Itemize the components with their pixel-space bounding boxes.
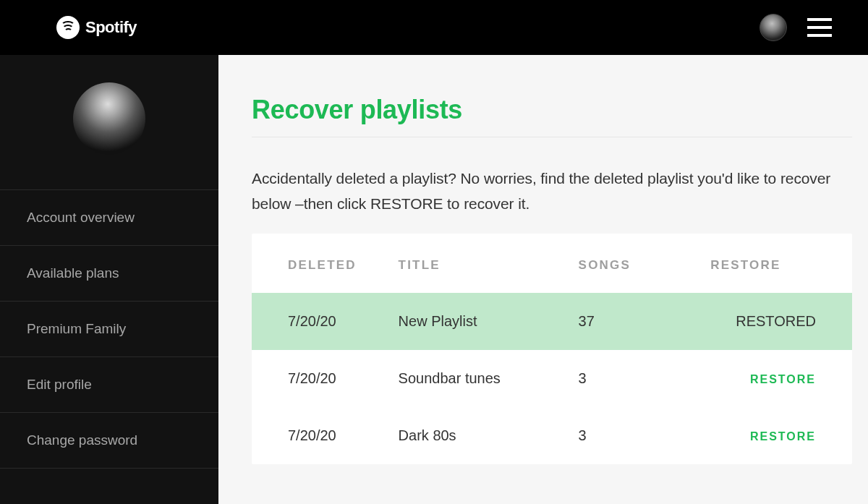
topbar-right [760,14,832,41]
cell-songs: 3 [564,407,697,464]
brand-logo[interactable]: Spotify [56,16,137,39]
sidebar-item-premium-family[interactable]: Premium Family [0,301,218,356]
restored-label: RESTORED [736,313,816,329]
sidebar-item-available-plans[interactable]: Available plans [0,245,218,301]
topbar: Spotify [0,0,868,55]
page-title: Recover playlists [252,95,852,125]
cell-title: New Playlist [384,293,564,350]
sidebar: Account overview Available plans Premium… [0,55,218,504]
cell-restore: RESTORED [696,293,852,350]
sidebar-item-change-password[interactable]: Change password [0,412,218,469]
spotify-icon [56,16,80,39]
playlists-table-card: DELETED TITLE SONGS RESTORE 7/20/20 New … [252,234,852,464]
playlists-table: DELETED TITLE SONGS RESTORE 7/20/20 New … [252,234,852,464]
cell-deleted: 7/20/20 [252,293,384,350]
restore-button[interactable]: RESTORE [750,373,816,385]
sidebar-item-account-overview[interactable]: Account overview [0,189,218,245]
table-header-restore: RESTORE [696,234,852,293]
title-divider [252,137,852,137]
cell-restore: RESTORE [696,350,852,407]
table-header-songs: SONGS [564,234,697,293]
sidebar-item-edit-profile[interactable]: Edit profile [0,356,218,412]
table-header-deleted: DELETED [252,234,384,293]
avatar-section [0,55,218,189]
avatar-small[interactable] [760,14,787,41]
cell-restore: RESTORE [696,407,852,464]
cell-deleted: 7/20/20 [252,407,384,464]
cell-title: Dark 80s [384,407,564,464]
table-header-title: TITLE [384,234,564,293]
cell-title: Soundbar tunes [384,350,564,407]
restore-button[interactable]: RESTORE [750,430,816,443]
cell-songs: 3 [564,350,697,407]
cell-deleted: 7/20/20 [252,350,384,407]
hamburger-menu-icon[interactable] [807,18,832,37]
table-row: 7/20/20 New Playlist 37 RESTORED [252,293,852,350]
brand-name: Spotify [85,18,137,37]
cell-songs: 37 [564,293,697,350]
page-description: Accidentally deleted a playlist? No worr… [252,166,852,216]
table-row: 7/20/20 Soundbar tunes 3 RESTORE [252,350,852,407]
table-row: 7/20/20 Dark 80s 3 RESTORE [252,407,852,464]
main-content: Recover playlists Accidentally deleted a… [218,55,868,504]
avatar-large[interactable] [73,82,145,155]
